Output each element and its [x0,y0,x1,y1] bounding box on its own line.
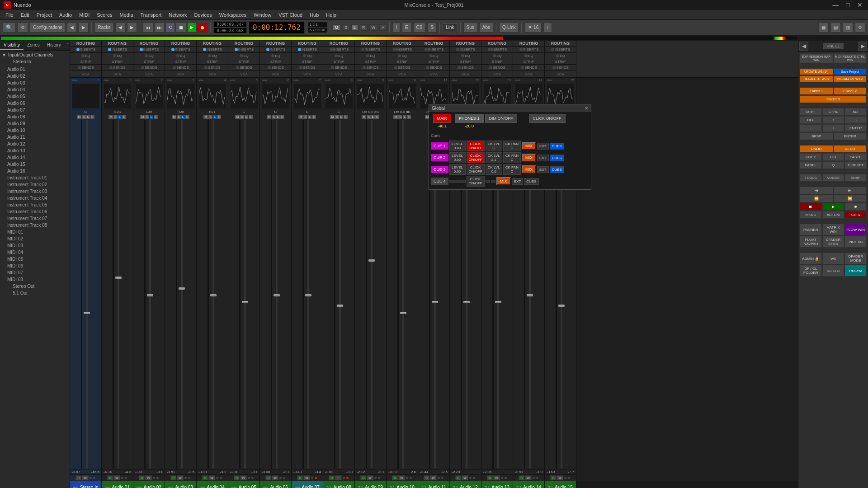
w3-btn[interactable]: W3 [822,253,844,264]
cue3-ckpan[interactable]: CK PANC [503,164,521,175]
ch-fader-knob-10[interactable] [400,312,406,314]
cue4-cklvl[interactable] [486,180,490,183]
redo-btn[interactable]: REDO [834,145,867,153]
cue4-ckpan[interactable] [491,180,495,183]
ch-read-btn-2[interactable]: R [139,475,145,480]
ch-edit-btn-1[interactable]: E [122,115,126,119]
sidebar-group-io-header[interactable]: ▼ Input/Output Channels [0,52,70,58]
shift-btn[interactable]: SHIFT [800,108,822,116]
recall-dt-w32-btn[interactable]: RECALL DT W3 2 [834,75,867,82]
sidebar-item-inst04[interactable]: Instrument Track 04 [0,195,70,202]
ch-write-btn-12[interactable]: W [462,475,468,480]
ch-read-btn-5[interactable]: R [234,475,240,480]
phones-btn[interactable]: PHONES 1 [455,114,484,123]
cue3-cklvl[interactable]: CK LVL0.0 [486,164,502,175]
menu-hub[interactable]: Hub [306,11,322,19]
ch-fader-8[interactable] [336,120,344,469]
cue3-level[interactable]: LEVEL0.00 [449,164,466,175]
ch-link-btn-8[interactable]: L [340,115,343,119]
sidebar-item-audio01[interactable]: Audio 01 [0,66,70,73]
mode-m[interactable]: M [333,24,341,31]
ch-read-btn-11[interactable]: R [424,475,429,480]
ch-fader-4[interactable] [210,120,217,469]
sidebar-item-inst05[interactable]: Instrument Track 05 [0,202,70,208]
ch-write-btn-7[interactable]: W [303,475,310,480]
ch-link-btn-3[interactable]: L [181,115,185,119]
bottom-ch-12[interactable]: 5.1Audio 12 [450,481,481,488]
racks-arr-l[interactable]: ◀ [115,23,125,33]
ch-fader-0[interactable] [83,120,90,469]
sidebar-item-51-out[interactable]: 5.1 Out [0,290,70,296]
ch-link-btn-7[interactable]: L [308,115,311,119]
ch-mute-btn-1[interactable]: M [108,115,113,119]
sidebar-item-audio11[interactable]: Audio 11 [0,134,70,141]
tab-history[interactable]: History [43,41,65,50]
ch-fader-7[interactable] [305,120,312,469]
menu-devices[interactable]: Devices [191,11,216,19]
ch-fader-knob-4[interactable] [210,294,217,296]
sidebar-item-midi02[interactable]: MIDI 02 [0,235,70,242]
ch-read-btn-15[interactable]: R [550,475,556,480]
arrow-right-btn[interactable]: → [844,116,867,124]
ch-mute-btn-3[interactable]: M [172,115,176,119]
ch-fader-knob-6[interactable] [274,294,280,296]
rs-goto-end[interactable]: ⏭ [834,187,867,194]
maximize-btn[interactable]: □ [844,1,852,9]
dfader-mode-btn[interactable]: DFADER MODE [844,253,867,264]
sidebar-item-inst02[interactable]: Instrument Track 02 [0,181,70,188]
cue3-mix[interactable]: MIX [522,165,536,174]
main-btn[interactable]: MAIN [433,114,452,123]
ch-solo-btn-4[interactable]: S [208,115,212,119]
sidebar-item-audio04[interactable]: Audio 04 [0,86,70,93]
menu-help[interactable]: Help [322,11,340,19]
sidebar-item-audio08[interactable]: Audio 08 [0,113,70,120]
mode-l[interactable]: L [351,24,358,31]
sidebar-item-inst01[interactable]: Instrument Track 01 [0,174,70,181]
ch-read-btn-9[interactable]: R [360,475,366,480]
ch-link-btn-0[interactable]: L [86,115,90,119]
ch-solo-btn-2[interactable]: S [145,115,149,119]
arrow-left-btn[interactable]: ← [800,124,822,132]
ctrl-btn[interactable]: CTRL [822,108,844,116]
sidebar-item-stereo-out[interactable]: Stereo Out [0,283,70,290]
menu-transport[interactable]: Transport [137,11,165,19]
sidebar-item-inst07[interactable]: Instrument Track 07 [0,215,70,222]
tab-zones[interactable]: Zones [24,41,43,50]
popup-close-btn[interactable]: ✕ [585,106,588,111]
ch-fader-knob-14[interactable] [527,294,533,296]
abs-btn[interactable]: Abs [479,23,493,33]
ch-link-btn-10[interactable]: L [403,115,406,119]
ch-mute-btn-5[interactable]: M [235,115,240,119]
kb-1to-btn[interactable]: KB 1TO [822,265,844,277]
cue3-btn[interactable]: CUE 3 [431,166,448,173]
sidebar-item-audio02[interactable]: Audio 02 [0,73,70,80]
menu-media[interactable]: Media [116,11,137,19]
bottom-ch-8[interactable]: 5.1Audio 08 [323,481,355,488]
mode-s[interactable]: S [342,24,349,31]
menu-file[interactable]: File [2,11,17,19]
ch-fader-1[interactable] [115,120,122,469]
transport-play[interactable]: ▶ [187,23,196,33]
gear-btn[interactable]: ⚙ [855,23,865,33]
cue1-level[interactable]: LEVEL0.00 [449,141,466,151]
ch-mute-btn-7[interactable]: M [298,115,303,119]
transport-loop[interactable]: ⟲ [165,23,175,33]
ch-fader-5[interactable] [241,120,249,469]
ch-solo-btn-3[interactable]: S [177,115,181,119]
c-reset-btn[interactable]: C RESET [844,161,867,169]
ch-size[interactable]: ↕ [543,23,552,33]
float-navpad-btn[interactable]: FLOAT NAVPAD [800,236,822,248]
minimize-btn[interactable]: — [831,1,841,9]
ch-link-btn-4[interactable]: L [213,115,217,119]
ch-write-btn-10[interactable]: W [398,475,405,480]
save-project-btn[interactable]: Save Project [834,68,867,75]
cue2-cues[interactable]: CUES [550,155,564,161]
mode-a[interactable]: A [379,24,387,31]
cut-btn[interactable]: CuT [822,153,844,161]
bottom-ch-15[interactable]: 5.1Audio 15 [545,481,576,488]
bottom-ch-10[interactable]: 5.1Audio 10 [387,481,418,488]
ch-read-btn-13[interactable]: R [487,475,493,480]
menu-scores[interactable]: Scores [93,11,116,19]
sidebar-item-audio05[interactable]: Audio 05 [0,93,70,100]
tools-btn[interactable]: TOOLS [800,174,822,182]
